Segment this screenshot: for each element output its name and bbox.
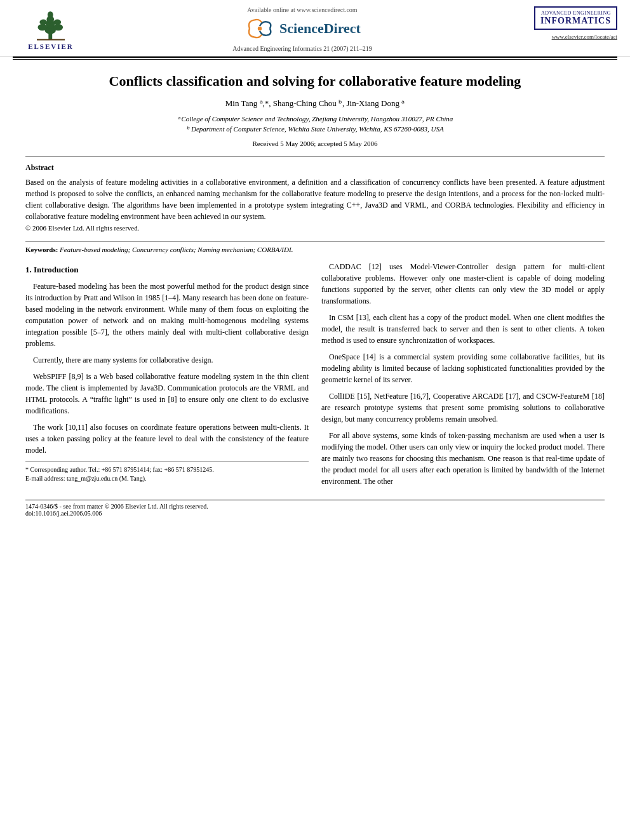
copyright: © 2006 Elsevier Ltd. All rights reserved…: [25, 224, 139, 232]
footer-issn-section: 1474-0346/$ - see front matter © 2006 El…: [25, 500, 605, 517]
section-rule-1: [25, 156, 605, 157]
aei-top-text: ADVANCED ENGINEERING: [540, 10, 611, 16]
right-para-1: CADDAC [12] uses Model-Viewer-Controller…: [321, 261, 605, 307]
footnote-rule: [25, 461, 309, 462]
elsevier-logo-section: ELSEVIER: [13, 6, 89, 50]
svg-rect-9: [37, 39, 65, 40]
aei-logo: ADVANCED ENGINEERING INFORMATICS: [534, 6, 617, 30]
svg-point-6: [53, 24, 63, 30]
keywords-section: Keywords: Feature-based modeling; Concur…: [25, 241, 605, 253]
aei-logo-section: ADVANCED ENGINEERING INFORMATICS www.els…: [516, 6, 617, 40]
authors: Min Tang ᵃ,*, Shang-Ching Chou ᵇ, Jin-Xi…: [25, 98, 605, 109]
svg-point-5: [39, 20, 47, 25]
right-para-4: CollIDE [15], NetFeature [16,7], Coopera…: [321, 390, 605, 425]
left-column: 1. Introduction Feature-based modeling h…: [25, 261, 309, 492]
abstract-section: Abstract Based on the analysis of featur…: [25, 163, 605, 234]
svg-point-10: [258, 27, 262, 30]
affiliation-b: ᵇ Department of Computer Science, Wichit…: [25, 124, 605, 135]
intro-para-2: Currently, there are many systems for co…: [25, 354, 309, 366]
right-para-3: OneSpace [14] is a commercial system pro…: [321, 351, 605, 385]
svg-point-7: [53, 20, 61, 25]
intro-heading: 1. Introduction: [25, 263, 309, 276]
issn-text: 1474-0346/$ - see front matter © 2006 El…: [25, 503, 605, 510]
elsevier-tree-icon: [32, 6, 70, 41]
abstract-text: Based on the analysis of feature modelin…: [25, 177, 605, 234]
affiliation-a: ᵃ College of Computer Science and Techno…: [25, 114, 605, 124]
intro-para-4: The work [10,11] also focuses on coordin…: [25, 422, 309, 456]
thin-rule: [13, 59, 617, 60]
right-para-5: For all above systems, some kinds of tok…: [321, 430, 605, 487]
right-para-2: In CSM [13], each client has a copy of t…: [321, 312, 605, 346]
page-header: ELSEVIER Available online at www.science…: [0, 0, 630, 57]
elsevier-url: www.elsevier.com/locate/aei: [552, 34, 617, 40]
svg-point-8: [48, 11, 53, 18]
sd-icon: [244, 16, 276, 41]
elsevier-text: ELSEVIER: [28, 43, 74, 50]
received-date: Received 5 May 2006; accepted 5 May 2006: [25, 140, 605, 147]
abstract-title: Abstract: [25, 163, 605, 173]
footnote-email: E-mail address: tang_m@zju.edu.cn (M. Ta…: [25, 474, 309, 483]
elsevier-logo: ELSEVIER: [13, 6, 89, 50]
main-content: Conflicts classification and solving for…: [0, 72, 630, 517]
keywords-label: Keywords:: [25, 246, 58, 253]
keywords-text: Feature-based modeling; Concurrency conf…: [60, 246, 293, 253]
intro-para-1: Feature-based modeling has been the most…: [25, 281, 309, 349]
footnote-corresponding-text: * Corresponding author. Tel.: +86 571 87…: [25, 465, 309, 474]
footnote-corresponding: * Corresponding author. Tel.: +86 571 87…: [25, 465, 309, 483]
svg-point-4: [37, 24, 47, 30]
sciencedirect-logo: ScienceDirect: [244, 16, 361, 41]
aei-middle-text: INFORMATICS: [540, 16, 611, 26]
two-column-layout: 1. Introduction Feature-based modeling h…: [25, 261, 605, 492]
affiliations: ᵃ College of Computer Science and Techno…: [25, 114, 605, 135]
abstract-body: Based on the analysis of feature modelin…: [25, 178, 605, 221]
sciencedirect-text: ScienceDirect: [279, 20, 361, 37]
svg-rect-0: [48, 34, 52, 40]
article-title: Conflicts classification and solving for…: [25, 72, 605, 91]
top-rule: [13, 57, 617, 58]
intro-para-3: WebSPIFF [8,9] is a Web based collaborat…: [25, 371, 309, 417]
right-column: CADDAC [12] uses Model-Viewer-Controller…: [321, 261, 605, 492]
doi-text: doi:10.1016/j.aei.2006.05.006: [25, 510, 605, 517]
sciencedirect-section: Available online at www.sciencedirect.co…: [89, 6, 516, 52]
journal-name: Advanced Engineering Informatics 21 (200…: [232, 45, 372, 52]
available-online-text: Available online at www.sciencedirect.co…: [247, 6, 357, 13]
